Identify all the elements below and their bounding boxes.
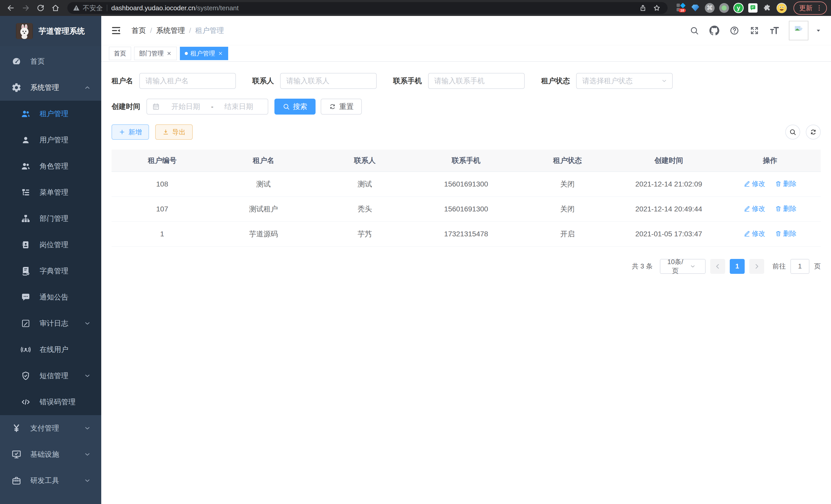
breadcrumb-separator: / xyxy=(189,26,191,35)
extension-y-icon[interactable]: y xyxy=(733,2,744,13)
extensions-puzzle-icon[interactable] xyxy=(762,2,773,13)
monitor-check-icon xyxy=(11,449,22,459)
user-icon xyxy=(20,136,31,145)
avatar-caret-icon[interactable] xyxy=(815,27,822,34)
goto-label: 前往 xyxy=(772,262,786,271)
delete-link[interactable]: 删除 xyxy=(775,229,797,238)
tab-dept[interactable]: 部门管理 xyxy=(134,47,177,60)
font-size-button[interactable] xyxy=(769,25,780,36)
current-page-button[interactable]: 1 xyxy=(730,259,745,274)
bookmark-star-icon xyxy=(653,4,661,12)
sidebar-item-label: 用户管理 xyxy=(39,135,101,145)
tenant-name-input[interactable] xyxy=(139,73,236,89)
share-button[interactable] xyxy=(637,2,649,13)
browser-toolbar: 不安全 dashboard.yudao.iocoder.cn/system/te… xyxy=(0,0,831,16)
address-bar[interactable]: 不安全 dashboard.yudao.iocoder.cn/system/te… xyxy=(67,2,667,14)
mobile-input[interactable] xyxy=(428,73,525,89)
browser-reload-button[interactable] xyxy=(34,1,47,14)
sidebar-item-label: 错误码管理 xyxy=(39,397,101,407)
page-size-select[interactable]: 10条/页 xyxy=(660,259,706,274)
search-button[interactable]: 搜索 xyxy=(275,99,316,115)
sidebar-item-dev-tool[interactable]: 研发工具 xyxy=(0,468,101,494)
prev-page-button[interactable] xyxy=(710,259,725,274)
table-row[interactable]: 107测试租户秃头 15601691300关闭2021-12-14 20:49:… xyxy=(112,197,821,221)
extension-chat-icon[interactable] xyxy=(747,2,758,13)
refresh-table-button[interactable] xyxy=(806,125,821,140)
home-icon xyxy=(51,4,60,12)
browser-back-button[interactable] xyxy=(4,1,18,14)
sidebar-collapse-button[interactable] xyxy=(109,23,123,38)
sidebar: 芋道管理系统 首页 系统管理 租户管理 用户管理 角色管理 菜单管理 部门管理 … xyxy=(0,16,101,504)
sidebar-item-post[interactable]: 岗位管理 xyxy=(0,232,101,258)
extension-grid-icon[interactable]: 10 xyxy=(675,2,687,13)
edit-link[interactable]: 修改 xyxy=(744,204,765,213)
breadcrumb-item-tenant: 租户管理 xyxy=(195,26,224,35)
delete-link[interactable]: 删除 xyxy=(775,204,797,213)
status-select[interactable]: 请选择租户状态 xyxy=(576,73,673,89)
sidebar-item-sms[interactable]: 短信管理 xyxy=(0,363,101,389)
sidebar-logo[interactable]: 芋道管理系统 xyxy=(0,16,101,46)
delete-link[interactable]: 删除 xyxy=(775,179,797,188)
sidebar-item-user[interactable]: 用户管理 xyxy=(0,127,101,153)
profile-avatar[interactable] xyxy=(776,2,787,13)
contact-input[interactable] xyxy=(280,73,377,89)
bookmark-button[interactable] xyxy=(651,2,662,13)
close-icon[interactable] xyxy=(166,51,172,56)
chevron-down-icon xyxy=(83,477,92,484)
date-range-picker[interactable]: 开始日期 - 结束日期 xyxy=(146,99,268,115)
sidebar-item-system[interactable]: 系统管理 xyxy=(0,75,101,101)
angle-left-icon xyxy=(714,263,721,270)
sidebar-item-label: 角色管理 xyxy=(39,161,101,171)
breadcrumb-item-home[interactable]: 首页 xyxy=(132,26,146,35)
sidebar-item-audit-log[interactable]: 审计日志 xyxy=(0,310,101,336)
help-button[interactable] xyxy=(729,25,740,36)
edit-link[interactable]: 修改 xyxy=(744,229,765,238)
breadcrumb-separator: / xyxy=(150,26,152,35)
pagination: 共 3 条 10条/页 1 前往 页 xyxy=(112,259,821,274)
user-avatar[interactable] xyxy=(789,21,808,40)
page-content: 租户名 联系人 联系手机 租户状态 请选择租户状态 xyxy=(101,62,831,504)
breadcrumb-item-system[interactable]: 系统管理 xyxy=(156,26,185,35)
edit-link[interactable]: 修改 xyxy=(744,179,765,188)
sidebar-item-online-user[interactable]: 在线用户 xyxy=(0,336,101,363)
add-button[interactable]: 新增 xyxy=(112,124,149,140)
chrome-update-button[interactable]: 更新 xyxy=(794,2,827,14)
shield-check-icon xyxy=(20,371,31,381)
browser-home-button[interactable] xyxy=(49,1,62,14)
breadcrumb: 首页/系统管理/租户管理 xyxy=(132,26,224,35)
tab-tenant[interactable]: 租户管理 xyxy=(180,47,228,60)
sidebar-item-dict[interactable]: 字典管理 xyxy=(0,258,101,284)
close-icon[interactable] xyxy=(218,51,223,56)
sidebar-item-notice[interactable]: 通知公告 xyxy=(0,284,101,310)
toggle-search-button[interactable] xyxy=(785,125,800,140)
emoji-avatar-icon xyxy=(776,3,787,13)
table-row[interactable]: 1芋道源码芋艿 17321315478开启2021-01-05 17:03:47… xyxy=(112,221,821,246)
column-header: 创建时间 xyxy=(618,149,719,172)
export-button[interactable]: 导出 xyxy=(155,124,193,140)
sidebar-item-home[interactable]: 首页 xyxy=(0,48,101,75)
github-link[interactable] xyxy=(709,25,720,36)
reset-button[interactable]: 重置 xyxy=(321,99,362,115)
sidebar-item-error-code[interactable]: 错误码管理 xyxy=(0,389,101,415)
extension-gem-icon[interactable] xyxy=(690,2,701,13)
goto-page-input[interactable] xyxy=(791,259,809,274)
sidebar-item-pay[interactable]: 支付管理 xyxy=(0,415,101,441)
fullscreen-button[interactable] xyxy=(749,25,760,36)
sidebar-item-role[interactable]: 角色管理 xyxy=(0,153,101,179)
browser-forward-button[interactable] xyxy=(19,1,32,14)
sidebar-item-tenant[interactable]: 租户管理 xyxy=(0,101,101,127)
sidebar-item-label: 系统管理 xyxy=(30,83,83,92)
tab-label: 首页 xyxy=(114,49,126,58)
next-page-button[interactable] xyxy=(749,259,764,274)
extension-command-icon[interactable]: ⌘ xyxy=(704,2,715,13)
comment-icon xyxy=(20,292,31,302)
sidebar-item-dept[interactable]: 部门管理 xyxy=(0,206,101,232)
table-row[interactable]: 108测试测试 15601691300关闭2021-12-14 21:02:09… xyxy=(112,172,821,197)
edit-pen-icon xyxy=(744,230,750,237)
tab-home[interactable]: 首页 xyxy=(109,47,131,60)
sidebar-item-infra[interactable]: 基础设施 xyxy=(0,441,101,468)
tags-view-bar: 首页 部门管理 租户管理 xyxy=(101,45,831,62)
sidebar-item-menu[interactable]: 菜单管理 xyxy=(0,179,101,206)
header-search-button[interactable] xyxy=(689,25,700,36)
extension-record-icon[interactable] xyxy=(718,2,730,13)
